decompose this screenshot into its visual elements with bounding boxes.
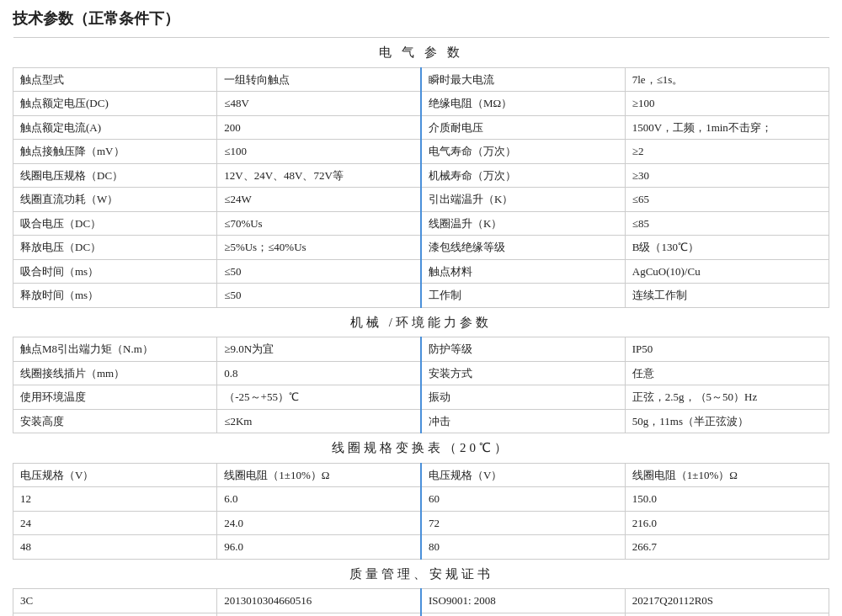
coil-v2: 80 <box>421 535 625 560</box>
row-label1: 触点型式 <box>13 67 217 92</box>
electrical-row: 吸合时间（ms） ≤50 触点材料 AgCuO(10)/Cu <box>13 259 829 284</box>
row-label1: 触点额定电压(DC) <box>13 92 217 116</box>
row-value2: 连续工作制 <box>625 284 829 308</box>
electrical-header: 电 气 参 数 <box>13 38 829 68</box>
mechanical-header-row: 机械 /环境能力参数 <box>13 307 829 337</box>
row-value2: ≥100 <box>625 92 829 116</box>
coil-r2: 266.7 <box>625 535 829 560</box>
coil-col-h4: 线圈电阻（1±10%）Ω <box>625 463 829 487</box>
row-value2: ≥2 <box>625 140 829 164</box>
row-value2: 正弦，2.5g，（5～50）Hz <box>625 385 829 410</box>
qual-label2 <box>421 613 625 616</box>
coil-col-h2: 线圈电阻（1±10%）Ω <box>217 463 421 487</box>
row-value1: 12V、24V、48V、72V等 <box>217 163 421 188</box>
row-label1: 触点接触压降（mV） <box>13 140 217 164</box>
row-label1: 安装高度 <box>13 409 217 433</box>
row-label1: 吸合电压（DC） <box>13 211 217 236</box>
row-label1: 线圈直流功耗（W） <box>13 188 217 212</box>
row-value1: ≤50 <box>217 284 421 308</box>
row-label2: 冲击 <box>421 409 625 433</box>
coil-header-row: 线圈规格变换表（20℃） <box>13 433 829 464</box>
electrical-row: 释放电压（DC） ≥5%Us；≤40%Us 漆包线绝缘等级 B级（130℃） <box>13 236 829 260</box>
electrical-row: 线圈电压规格（DC） 12V、24V、48V、72V等 机械寿命（万次） ≥30 <box>13 163 829 188</box>
electrical-row: 释放时间（ms） ≤50 工作制 连续工作制 <box>13 284 829 308</box>
row-label1: 释放时间（ms） <box>13 284 217 308</box>
qual-label1: 3C <box>13 589 217 613</box>
row-value1: ≤24W <box>217 188 421 212</box>
coil-r1: 6.0 <box>217 487 421 512</box>
row-value2: 1500V，工频，1min不击穿； <box>625 115 829 140</box>
electrical-row: 触点型式 一组转向触点 瞬时最大电流 7le，≤1s。 <box>13 67 829 92</box>
row-value2: 任意 <box>625 361 829 385</box>
row-label2: 线圈温升（K） <box>421 211 625 236</box>
electrical-row: 触点额定电压(DC) ≤48V 绝缘电阻（MΩ） ≥100 <box>13 92 829 116</box>
row-value1: （-25～+55）℃ <box>217 385 421 410</box>
qual-value1: 15038561 <box>217 613 421 616</box>
coil-v1: 48 <box>13 535 217 560</box>
coil-col-h1: 电压规格（V） <box>13 463 217 487</box>
quality-row: TUV 15038561 <box>13 613 829 616</box>
row-label1: 触点额定电流(A) <box>13 115 217 140</box>
row-label2: 瞬时最大电流 <box>421 67 625 92</box>
electrical-row: 触点接触压降（mV） ≤100 电气寿命（万次） ≥2 <box>13 140 829 164</box>
mechanical-row: 触点M8引出端力矩（N.m） ≥9.0N为宜 防护等级 IP50 <box>13 337 829 362</box>
coil-col-headers: 电压规格（V） 线圈电阻（1±10%）Ω 电压规格（V） 线圈电阻（1±10%）… <box>13 463 829 487</box>
row-label2: 防护等级 <box>421 337 625 362</box>
coil-header: 线圈规格变换表（20℃） <box>13 433 829 464</box>
row-value1: 一组转向触点 <box>217 67 421 92</box>
row-label1: 释放电压（DC） <box>13 236 217 260</box>
row-value2: 50g，11ms（半正弦波） <box>625 409 829 433</box>
row-value1: ≤100 <box>217 140 421 164</box>
row-value2: 7le，≤1s。 <box>625 67 829 92</box>
row-value1: ≤50 <box>217 259 421 284</box>
row-value1: ≤48V <box>217 92 421 116</box>
qual-value2: 20217Q20112R0S <box>625 589 829 613</box>
electrical-header-row: 电 气 参 数 <box>13 38 829 68</box>
row-value1: 200 <box>217 115 421 140</box>
row-value2: ≤85 <box>625 211 829 236</box>
qual-value2 <box>625 613 829 616</box>
row-label2: 电气寿命（万次） <box>421 140 625 164</box>
coil-r2: 150.0 <box>625 487 829 512</box>
coil-v1: 12 <box>13 487 217 512</box>
row-label1: 线圈接线插片（mm） <box>13 361 217 385</box>
quality-header-row: 质量管理、安规证书 <box>13 559 829 589</box>
coil-row: 48 96.0 80 266.7 <box>13 535 829 560</box>
row-value1: ≤70%Us <box>217 211 421 236</box>
qual-label2: ISO9001: 2008 <box>421 589 625 613</box>
row-value2: ≥30 <box>625 163 829 188</box>
coil-r2: 216.0 <box>625 511 829 535</box>
mechanical-row: 使用环境温度 （-25～+55）℃ 振动 正弦，2.5g，（5～50）Hz <box>13 385 829 410</box>
page-title: 技术参数（正常条件下） <box>13 8 829 29</box>
qual-label1: TUV <box>13 613 217 616</box>
row-label1: 触点M8引出端力矩（N.m） <box>13 337 217 362</box>
coil-r1: 96.0 <box>217 535 421 560</box>
row-value1: ≥9.0N为宜 <box>217 337 421 362</box>
coil-col-h3: 电压规格（V） <box>421 463 625 487</box>
row-label2: 安装方式 <box>421 361 625 385</box>
electrical-row: 吸合电压（DC） ≤70%Us 线圈温升（K） ≤85 <box>13 211 829 236</box>
coil-row: 12 6.0 60 150.0 <box>13 487 829 512</box>
row-label2: 漆包线绝缘等级 <box>421 236 625 260</box>
row-label1: 使用环境温度 <box>13 385 217 410</box>
row-label1: 吸合时间（ms） <box>13 259 217 284</box>
row-label2: 机械寿命（万次） <box>421 163 625 188</box>
row-value1: ≤2Km <box>217 409 421 433</box>
coil-v2: 72 <box>421 511 625 535</box>
electrical-row: 线圈直流功耗（W） ≤24W 引出端温升（K） ≤65 <box>13 188 829 212</box>
row-label2: 触点材料 <box>421 259 625 284</box>
specs-table: 电 气 参 数 触点型式 一组转向触点 瞬时最大电流 7le，≤1s。 触点额定… <box>13 37 829 616</box>
mechanical-row: 线圈接线插片（mm） 0.8 安装方式 任意 <box>13 361 829 385</box>
row-value2: B级（130℃） <box>625 236 829 260</box>
qual-value1: 2013010304660516 <box>217 589 421 613</box>
coil-r1: 24.0 <box>217 511 421 535</box>
mechanical-header: 机械 /环境能力参数 <box>13 307 829 337</box>
quality-row: 3C 2013010304660516 ISO9001: 2008 20217Q… <box>13 589 829 613</box>
row-value1: 0.8 <box>217 361 421 385</box>
row-value2: ≤65 <box>625 188 829 212</box>
row-label2: 绝缘电阻（MΩ） <box>421 92 625 116</box>
mechanical-row: 安装高度 ≤2Km 冲击 50g，11ms（半正弦波） <box>13 409 829 433</box>
electrical-row: 触点额定电流(A) 200 介质耐电压 1500V，工频，1min不击穿； <box>13 115 829 140</box>
coil-v2: 60 <box>421 487 625 512</box>
row-label1: 线圈电压规格（DC） <box>13 163 217 188</box>
